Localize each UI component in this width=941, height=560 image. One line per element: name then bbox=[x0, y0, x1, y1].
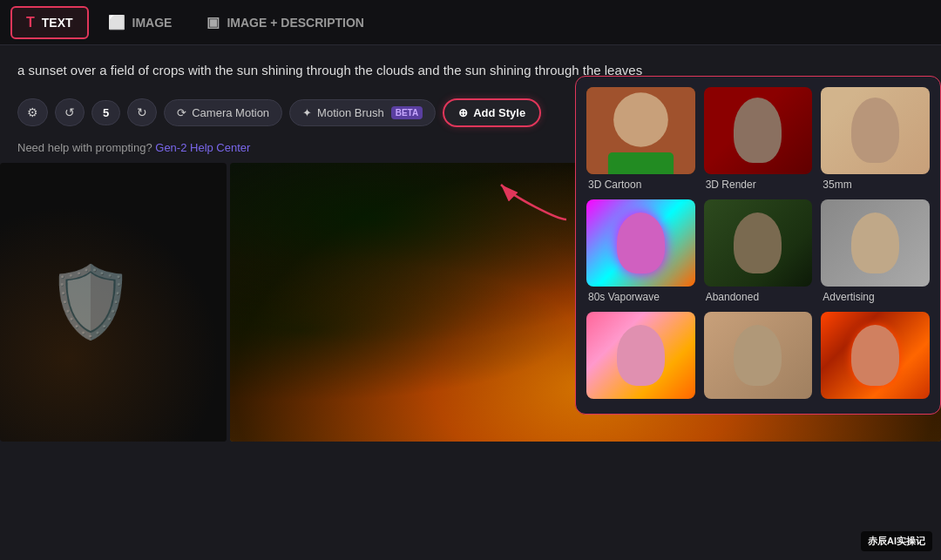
redo-button[interactable]: ↻ bbox=[127, 98, 157, 126]
brush-icon: ✦ bbox=[302, 106, 312, 119]
step-value[interactable]: 5 bbox=[91, 100, 120, 125]
main-content: 3D Cartoon 3D Render 35mm bbox=[0, 163, 941, 561]
face-overlay-abandoned bbox=[704, 199, 813, 287]
camera-motion-button[interactable]: ⟳ Camera Motion bbox=[164, 99, 282, 126]
help-center-link[interactable]: Gen-2 Help Center bbox=[155, 141, 250, 154]
style-panel: 3D Cartoon 3D Render 35mm bbox=[575, 76, 941, 415]
style-label-35mm: 35mm bbox=[821, 179, 930, 191]
add-style-label: Add Style bbox=[473, 106, 525, 119]
tab-text-label: TEXT bbox=[42, 16, 73, 30]
text-tab-icon: T bbox=[26, 15, 35, 30]
top-navigation: T TEXT ⬜ IMAGE ▣ IMAGE + DESCRIPTION bbox=[0, 0, 941, 45]
bg-image-left bbox=[0, 163, 227, 442]
face-overlay-3d-cartoon bbox=[586, 87, 695, 174]
style-label-80s-vaporwave: 80s Vaporwave bbox=[586, 291, 695, 303]
style-label-3d-cartoon: 3D Cartoon bbox=[586, 179, 695, 191]
face-overlay-80s bbox=[586, 199, 695, 287]
style-label-3d-render: 3D Render bbox=[704, 179, 813, 191]
redo-icon: ↻ bbox=[137, 105, 147, 119]
tab-image-label: IMAGE bbox=[132, 16, 173, 30]
style-thumb-bottom1 bbox=[586, 312, 695, 399]
tab-image-desc-label: IMAGE + DESCRIPTION bbox=[227, 16, 364, 30]
help-static-text: Need help with prompting? bbox=[17, 141, 152, 154]
style-thumb-3d-cartoon bbox=[586, 87, 695, 174]
style-item-bottom3[interactable] bbox=[821, 312, 930, 403]
face-overlay-35mm bbox=[821, 87, 930, 174]
tab-image-description[interactable]: ▣ IMAGE + DESCRIPTION bbox=[191, 5, 380, 39]
watermark: 赤辰AI实操记 bbox=[861, 531, 932, 551]
style-label-advertising: Advertising bbox=[821, 291, 930, 303]
arrow-indicator bbox=[497, 180, 566, 215]
image-tab-icon: ⬜ bbox=[108, 14, 125, 30]
face-overlay-bottom1 bbox=[586, 312, 695, 399]
face-overlay-bottom2 bbox=[704, 312, 813, 399]
settings-button[interactable]: ⚙ bbox=[17, 98, 48, 126]
style-item-80s-vaporwave[interactable]: 80s Vaporwave bbox=[586, 199, 695, 303]
image-desc-tab-icon: ▣ bbox=[206, 14, 220, 30]
motion-brush-button[interactable]: ✦ Motion Brush BETA bbox=[289, 99, 436, 126]
camera-motion-label: Camera Motion bbox=[192, 106, 269, 119]
style-thumb-bottom2 bbox=[704, 312, 813, 399]
style-thumb-advertising bbox=[821, 199, 930, 287]
style-grid: 3D Cartoon 3D Render 35mm bbox=[586, 87, 930, 403]
style-item-abandoned[interactable]: Abandoned bbox=[704, 199, 813, 303]
style-label-abandoned: Abandoned bbox=[704, 291, 813, 303]
style-thumb-abandoned bbox=[704, 199, 813, 287]
style-item-3d-cartoon[interactable]: 3D Cartoon bbox=[586, 87, 695, 191]
beta-badge: BETA bbox=[391, 106, 423, 119]
face-overlay-3d-render bbox=[704, 87, 813, 174]
tab-text[interactable]: T TEXT bbox=[10, 6, 89, 39]
style-thumb-bottom3 bbox=[821, 312, 930, 399]
style-item-35mm[interactable]: 35mm bbox=[821, 87, 930, 191]
settings-icon: ⚙ bbox=[27, 105, 38, 119]
face-overlay-bottom3 bbox=[821, 312, 930, 399]
style-item-advertising[interactable]: Advertising bbox=[821, 199, 930, 303]
tab-image[interactable]: ⬜ IMAGE bbox=[92, 5, 188, 39]
style-icon: ⊕ bbox=[458, 106, 468, 119]
undo-button[interactable]: ↺ bbox=[55, 98, 85, 126]
motion-brush-label: Motion Brush bbox=[317, 106, 384, 119]
style-item-3d-render[interactable]: 3D Render bbox=[704, 87, 813, 191]
style-thumb-35mm bbox=[821, 87, 930, 174]
face-overlay-advertising bbox=[821, 199, 930, 287]
style-thumb-3d-render bbox=[704, 87, 813, 174]
style-thumb-80s bbox=[586, 199, 695, 287]
undo-icon: ↺ bbox=[64, 105, 75, 119]
camera-icon: ⟳ bbox=[177, 106, 186, 119]
style-item-bottom2[interactable] bbox=[704, 312, 813, 403]
add-style-button[interactable]: ⊕ Add Style bbox=[443, 98, 541, 127]
style-item-bottom1[interactable] bbox=[586, 312, 695, 403]
